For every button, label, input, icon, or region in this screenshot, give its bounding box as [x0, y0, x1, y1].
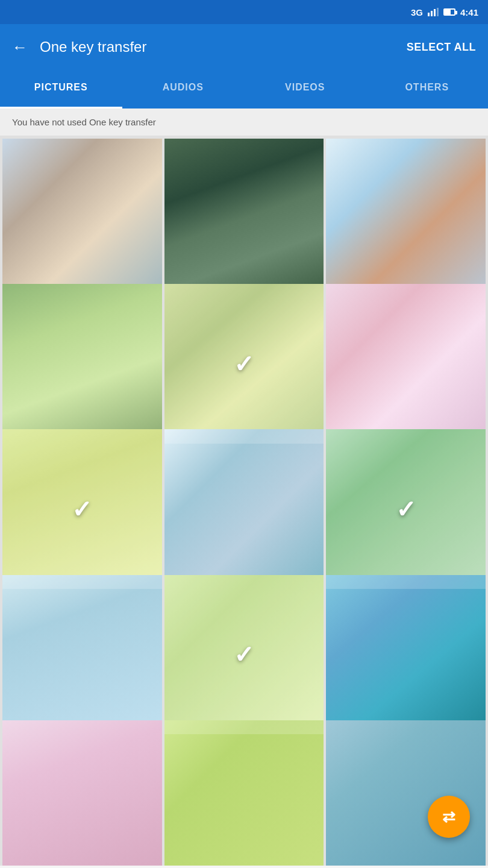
select-all-button[interactable]: SELECT ALL — [407, 41, 476, 54]
tab-audios[interactable]: AUDIOS — [122, 70, 245, 108]
grid-item[interactable] — [326, 720, 486, 866]
transfer-icon: ⇄ — [442, 808, 455, 826]
grid-item[interactable] — [164, 429, 324, 589]
back-button[interactable]: ← — [12, 38, 28, 57]
app-header: ← One key transfer SELECT ALL — [0, 24, 488, 70]
image-grid: ✓✓✓✓ — [0, 136, 488, 866]
svg-rect-2 — [434, 9, 436, 16]
page-title: One key transfer — [40, 39, 146, 55]
signal-indicator: 3G — [411, 7, 423, 17]
status-bar: 3G 4:41 — [0, 0, 488, 24]
clock: 4:41 — [460, 7, 478, 17]
tab-others[interactable]: OTHERS — [366, 70, 489, 108]
grid-item[interactable] — [2, 139, 162, 298]
signal-icon — [428, 8, 439, 16]
tab-videos[interactable]: VIDEOS — [244, 70, 366, 108]
grid-item[interactable] — [326, 575, 486, 735]
svg-rect-3 — [437, 8, 439, 16]
selection-overlay: ✓ — [326, 429, 486, 589]
svg-rect-1 — [431, 11, 433, 16]
grid-item[interactable] — [164, 720, 324, 866]
tab-bar: PICTURES AUDIOS VIDEOS OTHERS — [0, 70, 488, 108]
battery-icon — [443, 8, 455, 16]
transfer-fab[interactable]: ⇄ — [428, 796, 470, 838]
svg-rect-0 — [428, 13, 430, 16]
notice-text: You have not used One key transfer — [12, 117, 156, 127]
grid-item[interactable]: ✓ — [164, 575, 324, 735]
selection-overlay: ✓ — [2, 429, 162, 589]
grid-item[interactable] — [326, 284, 486, 444]
grid-item[interactable]: ✓ — [2, 429, 162, 589]
selection-overlay: ✓ — [164, 284, 324, 444]
grid-item[interactable]: ✓ — [164, 284, 324, 444]
grid-item[interactable] — [164, 139, 324, 298]
notice-bar: You have not used One key transfer — [0, 108, 488, 136]
grid-item[interactable] — [326, 139, 486, 298]
tab-pictures[interactable]: PICTURES — [0, 70, 122, 108]
grid-item[interactable] — [2, 575, 162, 735]
grid-item[interactable] — [2, 720, 162, 866]
selection-overlay: ✓ — [164, 575, 324, 735]
grid-item[interactable] — [2, 284, 162, 444]
grid-item[interactable]: ✓ — [326, 429, 486, 589]
header-left: ← One key transfer — [12, 38, 146, 57]
